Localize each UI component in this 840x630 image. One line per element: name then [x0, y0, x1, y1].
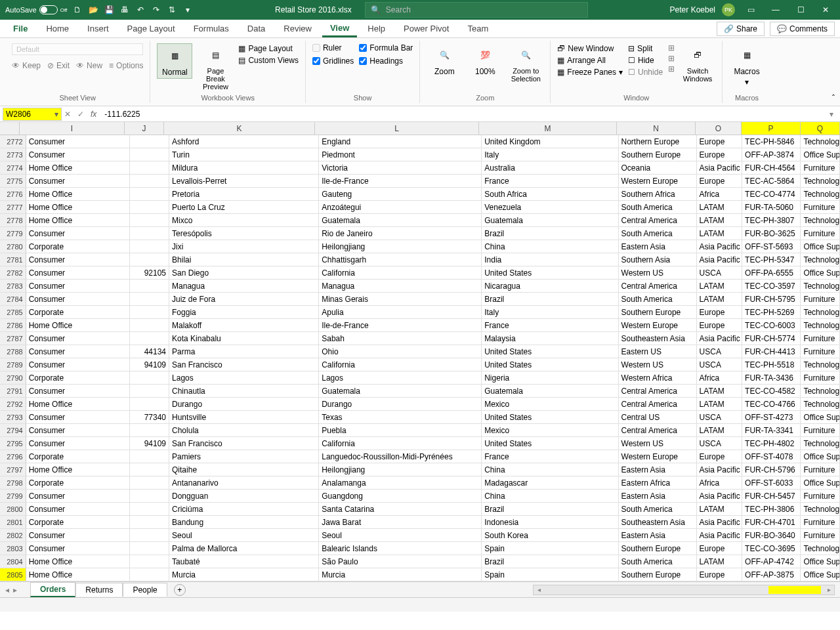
cell[interactable] — [130, 542, 169, 555]
cell[interactable]: FUR-CH-5795 — [742, 293, 801, 305]
row-header[interactable]: 2800 — [0, 503, 26, 515]
cell[interactable]: Eastern US — [619, 345, 697, 358]
cell[interactable]: Furniture — [801, 463, 840, 476]
cell[interactable]: Furniture — [801, 201, 840, 213]
cell[interactable]: Consumer — [26, 411, 131, 423]
cell[interactable]: Office Sup — [801, 148, 840, 161]
scroll-thumb[interactable] — [768, 586, 821, 594]
cell[interactable] — [130, 227, 169, 240]
cell[interactable]: Technolog — [801, 175, 840, 187]
column-header[interactable]: I — [20, 122, 125, 135]
freeze-button[interactable]: ▦ Freeze Panes ▾ — [557, 67, 623, 77]
cell[interactable]: Consumer — [26, 175, 131, 187]
cell[interactable]: Ashford — [169, 135, 319, 148]
name-box[interactable]: W2806▾ — [3, 108, 62, 121]
row-header[interactable]: 2805 — [0, 568, 26, 581]
cell[interactable]: Spain — [482, 542, 618, 555]
row-header[interactable]: 2773 — [0, 148, 26, 161]
row-header[interactable]: 2789 — [0, 358, 26, 371]
cell[interactable]: USCA — [697, 411, 743, 423]
cell[interactable]: South Africa — [482, 188, 618, 200]
cell[interactable]: Apulia — [319, 306, 482, 318]
cell[interactable]: Mexico — [482, 424, 618, 436]
cell[interactable]: FUR-CH-4413 — [742, 345, 801, 358]
cell[interactable]: Office Sup — [801, 266, 840, 279]
column-header[interactable]: L — [315, 122, 479, 135]
cell[interactable]: Home Office — [26, 319, 131, 331]
cell[interactable] — [130, 280, 169, 292]
column-header[interactable]: Q — [801, 122, 840, 135]
search-box[interactable]: 🔍 Search — [365, 2, 588, 18]
cell[interactable]: Home Office — [26, 463, 131, 476]
cell[interactable]: Santa Catarina — [319, 503, 482, 515]
cell[interactable]: LATAM — [697, 201, 743, 213]
row-header[interactable]: 2783 — [0, 280, 26, 292]
select-all-corner[interactable] — [0, 122, 20, 135]
formula-bar-checkbox[interactable]: Formula Bar — [359, 43, 413, 52]
cell[interactable]: Ile-de-France — [319, 175, 482, 187]
cell[interactable]: California — [319, 358, 482, 371]
tab-team[interactable]: Team — [459, 21, 496, 36]
cell[interactable]: Jawa Barat — [319, 516, 482, 528]
cell[interactable]: USCA — [697, 437, 743, 450]
cell[interactable]: Western Europe — [619, 319, 697, 331]
cell[interactable]: Guangdong — [319, 490, 482, 502]
cell[interactable]: Office Sup — [801, 240, 840, 253]
cell[interactable]: Mixco — [169, 214, 319, 226]
cell[interactable]: Foggia — [169, 306, 319, 318]
cell[interactable]: TEC-AC-5864 — [742, 175, 801, 187]
redo-icon[interactable]: ↷ — [151, 5, 161, 15]
cell[interactable]: Home Office — [26, 201, 131, 213]
cell[interactable]: Home Office — [26, 568, 131, 581]
cell[interactable]: Furniture — [801, 227, 840, 240]
cell[interactable]: Palma de Mallorca — [169, 542, 319, 555]
cell[interactable]: South America — [619, 503, 697, 515]
cell[interactable]: LATAM — [697, 398, 743, 410]
cell[interactable]: 92105 — [130, 266, 169, 279]
cell[interactable]: Corporate — [26, 516, 131, 528]
cell[interactable]: Furniture — [801, 345, 840, 358]
cell[interactable]: LATAM — [697, 227, 743, 240]
save-icon[interactable]: 💾 — [104, 5, 114, 15]
cell[interactable]: Consumer — [26, 280, 131, 292]
cell[interactable]: FUR-BO-3625 — [742, 227, 801, 240]
cell[interactable]: Chinautla — [169, 385, 319, 397]
cell[interactable]: Consumer — [26, 253, 131, 266]
cell[interactable]: OFF-ST-4078 — [742, 450, 801, 463]
cell[interactable]: India — [482, 253, 618, 266]
cell[interactable]: Southeastern Asia — [619, 516, 697, 528]
cell[interactable]: Technolog — [801, 280, 840, 292]
cell[interactable]: Juiz de Fora — [169, 293, 319, 305]
tab-power-pivot[interactable]: Power Pivot — [396, 21, 457, 36]
cell[interactable] — [130, 568, 169, 581]
cell[interactable]: Antananarivo — [169, 476, 319, 489]
cell[interactable]: Technolog — [801, 135, 840, 148]
cell[interactable] — [130, 319, 169, 331]
cell[interactable]: Mildura — [169, 161, 319, 174]
cell[interactable]: Puebla — [319, 424, 482, 436]
cell[interactable]: Bhilai — [169, 253, 319, 266]
zoom-selection-button[interactable]: 🔍Zoom to Selection — [508, 43, 543, 84]
cell[interactable]: Australia — [482, 161, 618, 174]
cell[interactable]: San Francisco — [169, 437, 319, 450]
sheet-tab-returns[interactable]: Returns — [75, 583, 123, 597]
cell[interactable]: TEC-CO-3695 — [742, 542, 801, 555]
cell[interactable]: FUR-CH-4701 — [742, 516, 801, 528]
cell[interactable]: Central America — [619, 424, 697, 436]
row-header[interactable]: 2788 — [0, 345, 26, 358]
cell[interactable]: Consumer — [26, 135, 131, 148]
cell[interactable]: Asia Pacific — [697, 490, 743, 502]
cell[interactable]: Consumer — [26, 503, 131, 515]
row-header[interactable]: 2776 — [0, 188, 26, 200]
fx-icon[interactable]: fx — [91, 110, 96, 119]
cell[interactable]: TEC-CO-6003 — [742, 319, 801, 331]
cell[interactable]: United States — [482, 345, 618, 358]
cell[interactable]: Puerto La Cruz — [169, 201, 319, 213]
cell[interactable]: Seoul — [319, 529, 482, 541]
tab-insert[interactable]: Insert — [79, 21, 117, 36]
tab-view[interactable]: View — [322, 20, 357, 37]
cell[interactable]: Central America — [619, 214, 697, 226]
cell[interactable]: Europe — [697, 135, 743, 148]
cell[interactable]: Lagos — [319, 371, 482, 384]
row-header[interactable]: 2794 — [0, 424, 26, 436]
